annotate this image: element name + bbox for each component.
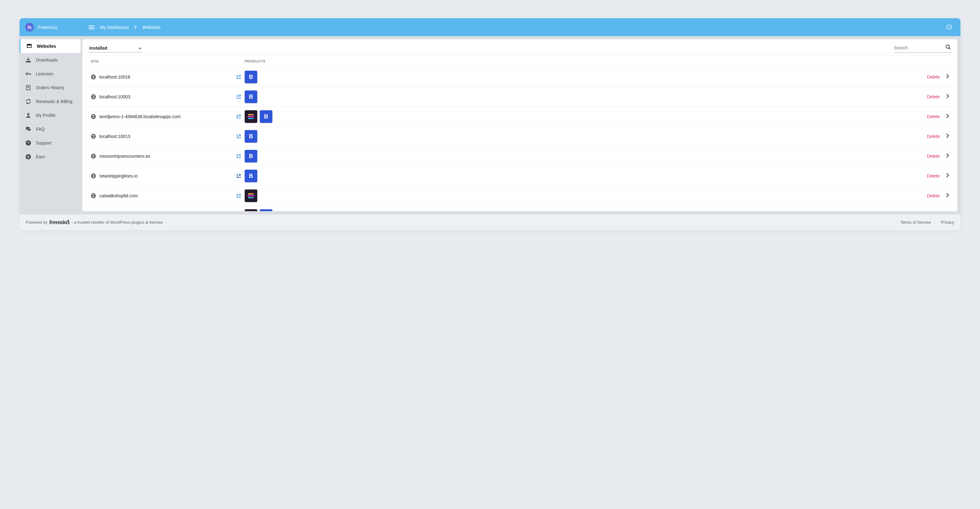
globe-icon	[91, 193, 96, 198]
filter-dropdown[interactable]: Installed	[89, 43, 142, 52]
row-actions: Delete	[927, 94, 949, 100]
open-link-icon[interactable]	[233, 114, 245, 119]
product-tile-b[interactable]: B	[245, 90, 257, 103]
breadcrumb-current: Websites	[142, 25, 161, 30]
table-row[interactable]: catwalkshopltd.comDelete	[83, 186, 957, 206]
table-row[interactable]: localhost:10018BDelete	[83, 67, 957, 87]
globe-icon	[91, 114, 96, 119]
table-header: SITE PRODUCTS	[83, 55, 957, 67]
svg-line-13	[949, 48, 950, 49]
sidebar-item-faq[interactable]: FAQ	[19, 122, 83, 136]
product-tile-s[interactable]	[245, 209, 257, 211]
delete-button[interactable]: Delete	[927, 94, 940, 99]
search-icon[interactable]	[945, 44, 951, 51]
chevron-right-icon[interactable]	[946, 74, 949, 80]
svg-text:$: $	[27, 155, 30, 159]
table-row[interactable]: localhost:10003BDelete	[83, 87, 957, 106]
delete-button[interactable]: Delete	[927, 75, 940, 79]
tos-link[interactable]: Terms of Service	[900, 220, 931, 225]
table-row[interactable]: missiontripsencounters.esBDelete	[83, 146, 957, 166]
brand-name: Freemius	[38, 24, 57, 30]
product-tile-b[interactable]: B	[245, 170, 257, 182]
menu-icon[interactable]	[89, 25, 94, 29]
sidebar-item-label: Websites	[37, 44, 56, 49]
header-bar: fs Freemius My Dashboard Websites	[19, 18, 961, 36]
open-link-icon[interactable]	[233, 94, 245, 100]
search-input[interactable]	[894, 45, 941, 50]
product-tile-b[interactable]: B	[260, 209, 272, 211]
sidebar-item-support[interactable]: ?Support	[19, 136, 83, 150]
open-link-icon[interactable]	[233, 74, 245, 80]
svg-rect-7	[28, 128, 31, 131]
table-row[interactable]: wordpress-1-4584638.localsitesapps.comBD…	[83, 106, 957, 126]
sidebar-item-websites[interactable]: Websites	[19, 39, 81, 53]
product-tile-b[interactable]: B	[245, 150, 257, 162]
table-body: localhost:10018BDeletelocalhost:10003BDe…	[83, 67, 957, 211]
search-box[interactable]	[894, 43, 951, 53]
app-body: WebsitesDownloadsLicensesOrders HistoryR…	[19, 36, 961, 214]
sidebar-item-label: Renewals & Billing	[36, 99, 72, 104]
delete-button[interactable]: Delete	[927, 154, 940, 159]
caret-down-icon	[138, 45, 142, 51]
globe-icon	[91, 153, 96, 159]
delete-button[interactable]: Delete	[927, 173, 940, 178]
breadcrumb-dashboard[interactable]: My Dashboard	[100, 25, 129, 30]
site-url: missiontripsencounters.es	[99, 154, 150, 159]
sidebar-item-earn[interactable]: $Earn	[19, 150, 83, 164]
col-site-header: SITE	[91, 59, 245, 63]
site-url: localhost:10003	[99, 94, 130, 99]
sidebar-item-renewals-billing[interactable]: Renewals & Billing	[19, 95, 83, 108]
site-cell: newshippinglines.io	[91, 173, 233, 179]
site-url: catwalkshopltd.com	[99, 193, 138, 198]
header-nav: My Dashboard Websites	[89, 25, 161, 30]
chevron-right-icon[interactable]	[946, 133, 949, 140]
products-cell: B	[245, 209, 927, 211]
table-row[interactable]: coastline-v3.localBDelete	[83, 206, 957, 211]
delete-button[interactable]: Delete	[927, 193, 940, 198]
receipt-icon	[25, 84, 32, 91]
footer-right: Terms of Service · Privacy	[900, 220, 954, 225]
chevron-right-icon[interactable]	[946, 113, 949, 120]
sidebar-item-orders-history[interactable]: Orders History	[19, 81, 83, 95]
globe-icon	[91, 133, 96, 139]
products-cell: B	[245, 150, 927, 162]
open-link-icon[interactable]	[233, 153, 245, 159]
table-row[interactable]: newshippinglines.ioBDelete	[83, 166, 957, 186]
product-tile-s[interactable]	[245, 110, 257, 123]
open-link-icon[interactable]	[233, 173, 245, 179]
main-panel: Installed SITE PRODUCTS localhost:10018B…	[83, 39, 957, 211]
freemius-wordmark: freemiu$	[49, 219, 70, 225]
footer-tagline: - a trusted reseller of WordPress plugin…	[72, 220, 162, 225]
site-cell: localhost:10003	[91, 94, 233, 100]
sidebar-item-licenses[interactable]: Licenses	[19, 67, 83, 81]
power-icon[interactable]	[946, 24, 952, 31]
footer: Powered by freemiu$ - a trusted reseller…	[19, 214, 961, 230]
product-tile-s[interactable]	[245, 189, 257, 202]
site-cell: wordpress-1-4584638.localsitesapps.com	[91, 114, 233, 119]
chevron-right-icon[interactable]	[946, 94, 949, 100]
site-cell: catwalkshopltd.com	[91, 193, 233, 198]
delete-button[interactable]: Delete	[927, 134, 940, 139]
sidebar-item-downloads[interactable]: Downloads	[19, 53, 83, 67]
products-cell: B	[245, 90, 927, 103]
site-url: wordpress-1-4584638.localsitesapps.com	[99, 114, 181, 119]
chevron-right-icon[interactable]	[946, 193, 949, 199]
privacy-link[interactable]: Privacy	[941, 220, 954, 225]
row-actions: Delete	[927, 133, 949, 140]
product-tile-b[interactable]: B	[260, 110, 272, 123]
table-row[interactable]: localhost:10013BDelete	[83, 126, 957, 146]
open-link-icon[interactable]	[233, 133, 245, 139]
sidebar-item-my-profile[interactable]: My Profile	[19, 108, 83, 122]
products-cell: B	[245, 170, 927, 182]
product-tile-b[interactable]: B	[245, 71, 257, 83]
open-link-icon[interactable]	[233, 193, 245, 198]
globe-icon	[91, 74, 96, 80]
col-products-header: PRODUCTS	[245, 59, 266, 63]
delete-button[interactable]: Delete	[927, 114, 940, 119]
chevron-right-icon[interactable]	[946, 153, 949, 159]
chevron-right-icon[interactable]	[946, 173, 949, 179]
products-cell: B	[245, 110, 927, 123]
brand[interactable]: fs Freemius	[19, 23, 89, 32]
sidebar-item-label: My Profile	[36, 113, 55, 118]
product-tile-b[interactable]: B	[245, 130, 257, 143]
